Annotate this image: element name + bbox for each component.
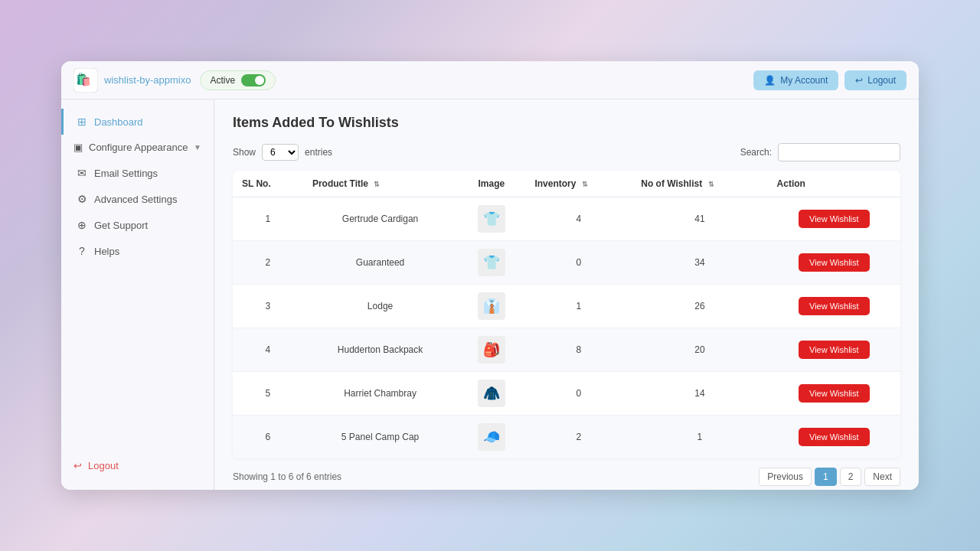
cell-title: 5 Panel Camp Cap	[303, 416, 457, 459]
svg-text:🛍️: 🛍️	[76, 72, 91, 86]
table-row: 1 Gertrude Cardigan 👕 4 41 View Wishlist	[233, 197, 900, 241]
sidebar-logout-button[interactable]: ↩ Logout	[74, 460, 201, 471]
app-name: wishlist-by-appmixo	[104, 74, 191, 86]
app-window: 🛍️ wishlist-by-appmixo Active 👤 My Accou…	[61, 61, 919, 490]
top-logout-label: Logout	[867, 75, 896, 86]
sidebar-item-configure-appearance[interactable]: ▣ Configure Appearance ▼	[61, 135, 214, 160]
toggle-switch[interactable]	[241, 74, 266, 86]
cell-image: 👕	[457, 197, 525, 241]
table-row: 2 Guaranteed 👕 0 34 View Wishlist	[233, 241, 900, 285]
cell-inventory: 4	[525, 197, 632, 241]
table-row: 6 5 Panel Camp Cap 🧢 2 1 View Wishlist	[233, 416, 900, 459]
cell-action: View Wishlist	[768, 197, 900, 241]
top-logout-button[interactable]: ↩ Logout	[844, 70, 906, 90]
show-entries: Show 6 10 25 50 entries	[233, 144, 332, 161]
logout-arrow-icon: ↩	[74, 460, 82, 471]
table-row: 3 Lodge 👔 1 26 View Wishlist	[233, 285, 900, 328]
active-toggle[interactable]: Active	[200, 70, 276, 90]
cell-title: Gertrude Cardigan	[303, 197, 457, 241]
sidebar-item-email-settings[interactable]: ✉ Email Settings	[61, 160, 214, 186]
product-image: 👕	[478, 205, 505, 233]
sidebar-configure-label: Configure Appearance	[89, 142, 188, 153]
col-image: Image	[457, 171, 525, 197]
col-wishlist-count: No of Wishlist ⇅	[632, 171, 767, 197]
col-inventory: Inventory ⇅	[525, 171, 632, 197]
cell-image: 🧢	[457, 416, 525, 459]
sidebar-email-label: Email Settings	[94, 168, 158, 179]
sidebar-nav: ⊞ Dashboard ▣ Configure Appearance ▼ ✉ E…	[61, 109, 214, 264]
top-bar: 🛍️ wishlist-by-appmixo Active 👤 My Accou…	[61, 61, 919, 99]
help-icon: ?	[76, 245, 88, 257]
my-account-button[interactable]: 👤 My Account	[753, 70, 838, 90]
sidebar-item-helps[interactable]: ? Helps	[61, 238, 214, 264]
sort-icon-title: ⇅	[374, 181, 380, 188]
cell-sl: 2	[233, 241, 303, 285]
content-area: Items Added To Wishlists Show 6 10 25 50…	[214, 99, 919, 490]
main-layout: ⊞ Dashboard ▣ Configure Appearance ▼ ✉ E…	[61, 99, 919, 490]
cell-sl: 1	[233, 197, 303, 241]
pagination-page-1[interactable]: 1	[815, 468, 837, 486]
view-wishlist-button[interactable]: View Wishlist	[799, 341, 870, 359]
table-footer: Showing 1 to 6 of 6 entries Previous 1 2…	[233, 468, 900, 486]
pagination: Previous 1 2 Next	[759, 468, 900, 486]
sidebar-item-dashboard[interactable]: ⊞ Dashboard	[61, 109, 214, 135]
cell-image: 🎒	[457, 328, 525, 372]
logo-area: 🛍️ wishlist-by-appmixo	[74, 68, 191, 93]
cell-action: View Wishlist	[768, 372, 900, 416]
cell-inventory: 2	[525, 416, 632, 459]
page-title: Items Added To Wishlists	[233, 115, 900, 131]
pagination-next[interactable]: Next	[864, 468, 900, 486]
sidebar-helps-label: Helps	[94, 246, 119, 257]
product-image: 👔	[478, 292, 505, 320]
pagination-previous[interactable]: Previous	[759, 468, 812, 486]
table-row: 5 Harriet Chambray 🧥 0 14 View Wishlist	[233, 372, 900, 416]
cell-action: View Wishlist	[768, 241, 900, 285]
view-wishlist-button[interactable]: View Wishlist	[799, 253, 870, 272]
view-wishlist-button[interactable]: View Wishlist	[799, 210, 870, 228]
search-box: Search:	[740, 143, 900, 161]
cell-wishlist-count: 20	[632, 328, 767, 372]
active-label: Active	[210, 75, 235, 86]
cell-sl: 4	[233, 328, 303, 372]
top-bar-right: 👤 My Account ↩ Logout	[753, 70, 906, 90]
product-image: 🎒	[478, 336, 505, 364]
cell-title: Hudderton Backpack	[303, 328, 457, 372]
cell-inventory: 1	[525, 285, 632, 328]
product-image: 🧥	[478, 380, 505, 407]
cell-image: 👔	[457, 285, 525, 328]
chevron-down-icon: ▼	[194, 143, 201, 152]
cell-action: View Wishlist	[768, 416, 900, 459]
dashboard-icon: ⊞	[76, 116, 88, 128]
sidebar-item-advanced-settings[interactable]: ⚙ Advanced Settings	[61, 186, 214, 212]
entries-info: Showing 1 to 6 of 6 entries	[233, 471, 341, 482]
entries-label: entries	[305, 147, 332, 158]
product-image: 🧢	[478, 423, 505, 451]
sidebar-item-get-support[interactable]: ⊕ Get Support	[61, 212, 214, 238]
cell-title: Harriet Chambray	[303, 372, 457, 416]
table-body: 1 Gertrude Cardigan 👕 4 41 View Wishlist…	[233, 197, 900, 459]
table-controls: Show 6 10 25 50 entries Search:	[233, 143, 900, 161]
support-icon: ⊕	[76, 219, 88, 231]
cell-wishlist-count: 34	[632, 241, 767, 285]
product-image: 👕	[478, 249, 505, 276]
cell-image: 🧥	[457, 372, 525, 416]
settings-icon: ⚙	[76, 193, 88, 205]
table-header-row: SL No. Product Title ⇅ Image Inventory ⇅…	[233, 171, 900, 197]
view-wishlist-button[interactable]: View Wishlist	[799, 384, 870, 403]
view-wishlist-button[interactable]: View Wishlist	[799, 297, 870, 315]
cell-wishlist-count: 14	[632, 372, 767, 416]
cell-title: Lodge	[303, 285, 457, 328]
cell-sl: 5	[233, 372, 303, 416]
search-label: Search:	[740, 147, 772, 158]
search-input[interactable]	[778, 143, 900, 161]
view-wishlist-button[interactable]: View Wishlist	[799, 428, 870, 446]
my-account-label: My Account	[780, 75, 828, 86]
entries-select[interactable]: 6 10 25 50	[262, 144, 299, 161]
cell-image: 👕	[457, 241, 525, 285]
cell-sl: 3	[233, 285, 303, 328]
col-action: Action	[768, 171, 900, 197]
cell-inventory: 0	[525, 241, 632, 285]
sidebar-dashboard-label: Dashboard	[94, 116, 143, 128]
email-icon: ✉	[76, 167, 88, 179]
pagination-page-2[interactable]: 2	[840, 468, 862, 486]
